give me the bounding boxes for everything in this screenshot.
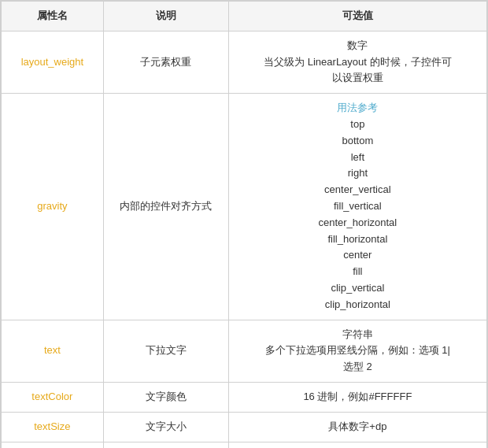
attr-desc-textsize: 文字大小 <box>103 412 228 442</box>
gravity-usage-link[interactable]: 用法参考 <box>337 102 378 113</box>
attr-name-textcolor: textColor <box>31 391 72 402</box>
attr-desc-layout-weight: 子元素权重 <box>103 31 228 93</box>
table-row: text 下拉文字 字符串多个下拉选项用竖线分隔，例如：选项 1|选型 2 <box>2 320 487 382</box>
attr-name-text: text <box>44 344 61 356</box>
attr-value-defaulttext: text 中的某一项 http://...q_21460781 <box>228 442 486 448</box>
attr-value-textsize: 具体数字+dp <box>228 412 486 442</box>
attr-desc-text: 下拉文字 <box>103 320 228 382</box>
attr-value-text: 字符串多个下拉选项用竖线分隔，例如：选项 1|选型 2 <box>228 320 486 382</box>
attr-name-textsize: textSize <box>34 420 70 432</box>
attr-desc-textcolor: 文字颜色 <box>103 382 228 412</box>
table-row: textColor 文字颜色 16 进制，例如#FFFFFF <box>2 382 487 412</box>
attr-desc-gravity: 内部的控件对齐方式 <box>103 94 228 320</box>
attr-value-gravity: 用法参考 topbottomleftrightcenter_verticalfi… <box>228 94 486 320</box>
header-desc: 说明 <box>103 2 228 31</box>
attr-desc-defaulttext: 默认选择的数据 <box>103 442 228 448</box>
attr-value-layout-weight: 数字当父级为 LinearLayout 的时候，子控件可以设置权重 <box>228 31 486 93</box>
table-row: gravity 内部的控件对齐方式 用法参考 topbottomleftrigh… <box>2 94 487 320</box>
header-value: 可选值 <box>228 2 486 31</box>
attr-value-textcolor: 16 进制，例如#FFFFFF <box>228 382 486 412</box>
table-row: defaultText 默认选择的数据 text 中的某一项 http://..… <box>2 442 487 448</box>
table-row: textSize 文字大小 具体数字+dp <box>2 412 487 442</box>
table-row: layout_weight 子元素权重 数字当父级为 LinearLayout … <box>2 31 487 93</box>
header-attr-name: 属性名 <box>2 2 104 31</box>
attr-name-gravity: gravity <box>37 200 67 212</box>
attr-name-layout-weight: layout_weight <box>21 56 84 68</box>
